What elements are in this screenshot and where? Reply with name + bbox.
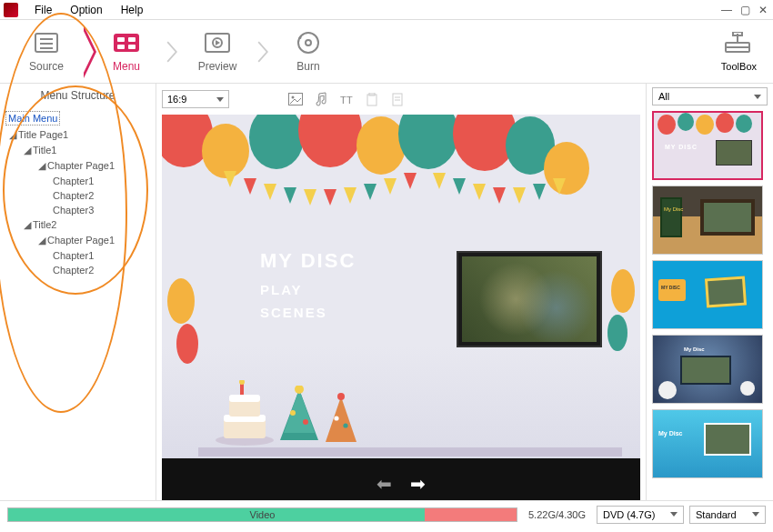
svg-point-19 (292, 96, 295, 99)
quality-value: Standard (696, 509, 737, 520)
center-toolbar: 16:9 TT (162, 87, 640, 111)
tree-title-page1[interactable]: ◢Title Page1 (4, 127, 150, 143)
music-tool-button[interactable] (313, 91, 329, 107)
aspect-ratio-value: 16:9 (167, 94, 186, 105)
edit-toolbar: TT (287, 91, 406, 107)
quality-select[interactable]: Standard (689, 506, 766, 524)
tab-preview-label: Preview (180, 60, 255, 73)
template-thumb-1[interactable]: MY DISC (652, 111, 763, 180)
status-bar: Video 5.22G/4.30G DVD (4.7G) Standard (0, 500, 773, 527)
menu-title-text: MY DISC (260, 249, 356, 273)
tree-chapter2[interactable]: Chapter2 (4, 188, 150, 203)
caret-down-icon (752, 512, 759, 517)
svg-text:T: T (346, 95, 353, 105)
tree-chapter3[interactable]: Chapter3 (4, 203, 150, 217)
disc-usage-bar: Video (7, 507, 517, 522)
nav-next-button[interactable]: ➡ (410, 473, 426, 495)
maximize-button[interactable]: ▢ (738, 4, 751, 16)
toolbox-button[interactable]: ToolBox (721, 32, 757, 72)
template-thumb-3[interactable]: MY DISC (652, 260, 763, 329)
svg-point-33 (239, 380, 245, 385)
svg-rect-6 (128, 37, 136, 42)
burn-icon (294, 31, 323, 55)
tree-chapter-page1b[interactable]: ◢Chapter Page1 (4, 233, 150, 248)
aspect-ratio-select[interactable]: 16:9 (162, 90, 229, 108)
menu-icon (112, 31, 141, 55)
tab-burn[interactable]: Burn (271, 31, 346, 73)
preview-icon (203, 31, 232, 55)
svg-point-12 (298, 33, 318, 53)
svg-rect-5 (117, 37, 125, 42)
tab-menu[interactable]: Menu (89, 31, 164, 73)
menu-text-block: MY DISC PLAY SCENES (260, 249, 356, 320)
svg-rect-4 (114, 34, 139, 52)
template-thumb-4[interactable]: My Disc (652, 335, 763, 404)
template-filter-value: All (658, 91, 669, 102)
disc-type-select[interactable]: DVD (4.7G) (597, 506, 684, 524)
main-area: Menu Structure Main Menu ◢Title Page1 ◢T… (0, 84, 773, 500)
menu-scenes-text: SCENES (260, 305, 356, 320)
menu-preview[interactable]: MY DISC PLAY SCENES (162, 115, 640, 500)
titlebar: File Option Help — ▢ ✕ (0, 0, 773, 20)
size-text: 5.22G/4.30G (523, 509, 591, 520)
menu-option[interactable]: Option (61, 4, 111, 16)
template-filter-select[interactable]: All (652, 87, 768, 105)
text-tool-button[interactable]: TT (338, 91, 355, 107)
template-panel: All MY DISC My Disc (646, 84, 773, 500)
svg-text:T: T (340, 95, 346, 105)
tab-source-label: Source (9, 60, 84, 73)
video-thumbnail-frame[interactable] (457, 251, 602, 347)
svg-point-13 (306, 40, 311, 45)
svg-rect-31 (229, 395, 260, 402)
template-list: MY DISC My Disc MY DISC My Disc (652, 111, 768, 497)
tree-title2[interactable]: ◢Title2 (4, 217, 150, 233)
scene-background: MY DISC PLAY SCENES (162, 115, 640, 500)
app-icon (4, 3, 18, 17)
tree-chapter2b[interactable]: Chapter2 (4, 263, 150, 277)
tree-chapter1b[interactable]: Chapter1 (4, 248, 150, 263)
window-controls: — ▢ ✕ (720, 4, 769, 16)
image-tool-button[interactable] (287, 91, 304, 107)
svg-rect-7 (117, 45, 125, 49)
svg-point-41 (334, 416, 338, 420)
svg-marker-11 (216, 40, 220, 45)
clipboard-tool-button (364, 91, 380, 107)
sidebar-title: Menu Structure (0, 84, 156, 107)
svg-point-37 (290, 410, 296, 416)
nav-prev-button[interactable]: ⬅ (376, 473, 392, 495)
tree-main-menu[interactable]: Main Menu (4, 109, 150, 127)
menu-nav-arrows: ⬅ ➡ (376, 473, 426, 495)
template-thumb-2[interactable]: My Disc (652, 186, 763, 255)
process-tabs: Source Menu Preview Burn ToolBox (0, 20, 773, 84)
svg-marker-35 (284, 389, 315, 433)
svg-point-42 (343, 423, 347, 427)
template-thumb-5[interactable]: My Disc (652, 409, 763, 478)
chevron-icon (164, 25, 180, 79)
svg-marker-39 (326, 396, 356, 442)
svg-point-36 (295, 386, 304, 394)
menu-file[interactable]: File (25, 4, 61, 16)
caret-down-icon (754, 95, 761, 99)
disc-type-value: DVD (4.7G) (603, 509, 655, 520)
caret-down-icon (216, 97, 224, 102)
tab-source[interactable]: Source (9, 31, 84, 73)
video-thumbnail (462, 256, 597, 342)
tree-chapter1[interactable]: Chapter1 (4, 174, 150, 188)
tree-title1[interactable]: ◢Title1 (4, 143, 150, 158)
close-button[interactable]: ✕ (757, 4, 769, 16)
source-icon (32, 31, 61, 55)
sidebar: Menu Structure Main Menu ◢Title Page1 ◢T… (0, 84, 156, 500)
toolbox-icon (724, 32, 753, 55)
svg-point-40 (337, 393, 345, 400)
menu-tree: Main Menu ◢Title Page1 ◢Title1 ◢Chapter … (0, 107, 156, 279)
svg-point-38 (303, 419, 308, 425)
tree-chapter-page1[interactable]: ◢Chapter Page1 (4, 158, 150, 174)
svg-rect-22 (367, 95, 376, 105)
chevron-icon (255, 25, 271, 79)
minimize-button[interactable]: — (720, 4, 733, 16)
tab-menu-label: Menu (89, 60, 164, 73)
tab-preview[interactable]: Preview (180, 31, 255, 73)
svg-rect-8 (128, 45, 136, 49)
menu-help[interactable]: Help (112, 4, 153, 16)
document-tool-button (389, 91, 406, 107)
